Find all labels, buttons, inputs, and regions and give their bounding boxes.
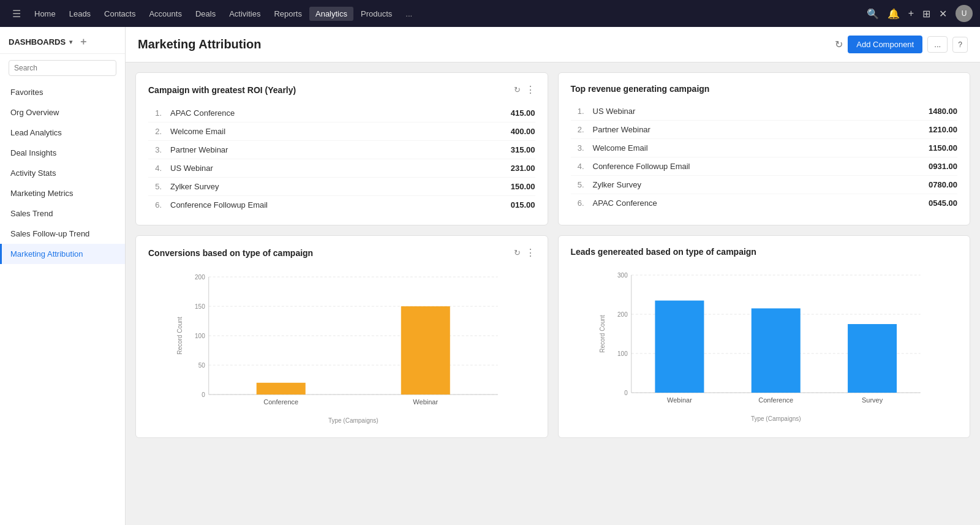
rank-name: APAC Conference (170, 108, 511, 118)
rank-value: 0545.00 (929, 198, 957, 208)
list-item: 6. APAC Conference 0545.00 (571, 194, 958, 212)
svg-text:Survey: Survey (861, 396, 883, 404)
rank-value: 1480.00 (929, 107, 957, 116)
svg-text:100: 100 (617, 350, 628, 357)
card4-header: Leads genereated based on type of campai… (571, 247, 958, 257)
sidebar-item-marketing-metrics[interactable]: Marketing Metrics (0, 183, 125, 203)
sidebar-item-favorites[interactable]: Favorites (0, 82, 125, 102)
hamburger-icon[interactable]: ☰ (7, 6, 26, 22)
nav-item-home[interactable]: Home (28, 7, 62, 21)
search-icon[interactable]: 🔍 (867, 8, 879, 20)
rank-number: 6. (148, 200, 162, 210)
avatar[interactable]: U (956, 5, 973, 22)
rank-number: 5. (571, 180, 584, 189)
rank-number: 5. (148, 182, 162, 191)
rank-number: 1. (571, 107, 584, 116)
nav-item-contacts[interactable]: Contacts (98, 7, 141, 21)
rank-name: Welcome Email (170, 127, 511, 136)
notification-icon[interactable]: 🔔 (888, 8, 900, 20)
svg-text:200: 200 (617, 311, 628, 318)
sidebar-item-lead-analytics[interactable]: Lead Analytics (0, 123, 125, 143)
rank-value: 150.00 (511, 182, 535, 191)
grid-icon[interactable]: ⊞ (922, 8, 930, 20)
roi-campaign-card: Campaign with greatest ROI (Yearly) ↻ ⋮ … (135, 72, 548, 225)
rank-number: 2. (571, 125, 584, 134)
sidebar-dropdown-icon[interactable]: ▾ (69, 39, 72, 45)
nav-item-reports[interactable]: Reports (268, 7, 308, 21)
card3-header: Conversions based on type of campaign ↻ … (148, 247, 535, 259)
card3-chart: 050100150200ConferenceWebinarRecord Coun… (148, 267, 535, 426)
svg-text:Conference: Conference (758, 396, 793, 404)
card4-title: Leads genereated based on type of campai… (571, 247, 958, 257)
sidebar-item-sales-trend[interactable]: Sales Trend (0, 203, 125, 224)
rank-number: 3. (148, 145, 162, 154)
add-component-button[interactable]: Add Component (848, 36, 922, 53)
list-item: 4. US Webinar 231.00 (148, 159, 535, 178)
list-item: 1. APAC Conference 415.00 (148, 104, 535, 123)
rank-number: 3. (571, 143, 584, 153)
card3-title: Conversions based on type of campaign (148, 248, 510, 258)
card4-chart: 0100200300WebinarConferenceSurveyRecord … (571, 265, 958, 425)
nav-item-products[interactable]: Products (355, 7, 398, 21)
svg-rect-12 (257, 383, 306, 395)
page-header: Marketing Attribution ↻ Add Component ..… (126, 27, 980, 62)
rank-value: 415.00 (511, 108, 535, 118)
card1-header: Campaign with greatest ROI (Yearly) ↻ ⋮ (148, 84, 535, 96)
main-layout: DASHBOARDS ▾ ＋ FavoritesOrg OverviewLead… (0, 27, 980, 525)
list-item: 3. Welcome Email 1150.00 (571, 139, 958, 157)
help-button[interactable]: ? (952, 37, 968, 53)
rank-name: Zylker Survey (593, 180, 929, 189)
settings-icon[interactable]: ✕ (939, 8, 947, 20)
leads-chart-card: Leads genereated based on type of campai… (558, 235, 971, 438)
rank-value: 0931.00 (929, 162, 957, 171)
list-item: 5. Zylker Survey 0780.00 (571, 176, 958, 194)
sidebar-item-org-overview[interactable]: Org Overview (0, 102, 125, 123)
rank-name: Conference Followup Email (593, 162, 929, 171)
list-item: 2. Partner Webinar 1210.00 (571, 121, 958, 139)
add-icon[interactable]: + (908, 8, 914, 19)
refresh-button[interactable]: ↻ (835, 39, 843, 50)
svg-rect-30 (751, 308, 800, 393)
nav-item-leads[interactable]: Leads (63, 7, 97, 21)
page-title: Marketing Attribution (138, 37, 835, 51)
svg-text:Type (Campaigns): Type (Campaigns) (328, 417, 379, 424)
svg-text:Conference: Conference (263, 398, 298, 406)
chart4-svg: 0100200300WebinarConferenceSurveyRecord … (571, 265, 958, 425)
card2-header: Top revenue generating campaign (571, 84, 958, 94)
sidebar-item-activity-stats[interactable]: Activity Stats (0, 163, 125, 183)
sidebar: DASHBOARDS ▾ ＋ FavoritesOrg OverviewLead… (0, 27, 126, 525)
list-item: 6. Conference Followup Email 015.00 (148, 196, 535, 214)
sidebar-header: DASHBOARDS ▾ ＋ (0, 27, 125, 54)
card3-refresh-icon[interactable]: ↻ (514, 248, 521, 257)
svg-text:Record Count: Record Count (176, 317, 183, 355)
sidebar-add-icon[interactable]: ＋ (78, 36, 88, 48)
rank-name: US Webinar (170, 164, 511, 173)
more-options-button[interactable]: ... (927, 36, 948, 53)
nav-item-activities[interactable]: Activities (223, 7, 266, 21)
sidebar-item-sales-follow-up-trend[interactable]: Sales Follow-up Trend (0, 224, 125, 244)
nav-items: HomeLeadsContactsAccountsDealsActivities… (28, 7, 398, 21)
rank-name: APAC Conference (593, 198, 929, 208)
list-item: 5. Zylker Survey 150.00 (148, 178, 535, 196)
svg-rect-28 (655, 301, 704, 393)
sidebar-item-deal-insights[interactable]: Deal Insights (0, 143, 125, 163)
main-content: Marketing Attribution ↻ Add Component ..… (126, 27, 980, 525)
rank-name: Partner Webinar (170, 145, 511, 154)
nav-more-icon[interactable]: ... (401, 7, 417, 21)
svg-text:150: 150 (195, 303, 205, 310)
nav-item-accounts[interactable]: Accounts (143, 7, 187, 21)
conversions-chart-card: Conversions based on type of campaign ↻ … (135, 235, 548, 438)
card1-more-icon[interactable]: ⋮ (526, 84, 535, 96)
nav-item-analytics[interactable]: Analytics (309, 7, 353, 21)
svg-text:Webinar: Webinar (667, 396, 692, 404)
revenue-campaign-card: Top revenue generating campaign 1. US We… (558, 72, 971, 225)
card1-refresh-icon[interactable]: ↻ (514, 85, 521, 94)
nav-item-deals[interactable]: Deals (189, 7, 222, 21)
sidebar-item-marketing-attribution[interactable]: Marketing Attribution (0, 244, 125, 264)
list-item: 4. Conference Followup Email 0931.00 (571, 157, 958, 176)
card3-more-icon[interactable]: ⋮ (526, 247, 535, 259)
search-input[interactable] (9, 60, 116, 76)
rank-name: US Webinar (593, 107, 929, 116)
nav-right: 🔍 🔔 + ⊞ ✕ U (867, 5, 973, 22)
rank-value: 0780.00 (929, 180, 957, 189)
